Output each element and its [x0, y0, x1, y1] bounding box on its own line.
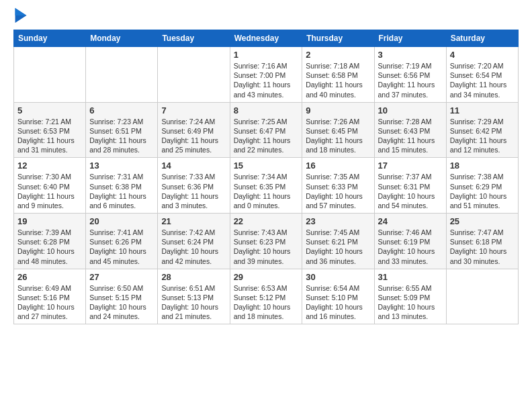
day-info: Sunrise: 7:47 AM Sunset: 6:18 PM Dayligh… [450, 228, 515, 266]
col-friday: Friday [374, 30, 446, 47]
day-number: 4 [450, 50, 515, 60]
day-info: Sunrise: 7:46 AM Sunset: 6:19 PM Dayligh… [378, 228, 443, 266]
calendar-week-3: 12Sunrise: 7:30 AM Sunset: 6:40 PM Dayli… [14, 158, 519, 214]
table-row: 25Sunrise: 7:47 AM Sunset: 6:18 PM Dayli… [446, 214, 518, 269]
day-number: 14 [161, 161, 226, 171]
table-row: 19Sunrise: 7:39 AM Sunset: 6:28 PM Dayli… [14, 214, 86, 269]
day-info: Sunrise: 6:53 AM Sunset: 5:12 PM Dayligh… [234, 283, 299, 322]
day-info: Sunrise: 6:49 AM Sunset: 5:16 PM Dayligh… [17, 283, 82, 322]
day-number: 21 [161, 216, 226, 226]
day-info: Sunrise: 7:31 AM Sunset: 6:38 PM Dayligh… [89, 172, 154, 210]
table-row: 22Sunrise: 7:43 AM Sunset: 6:23 PM Dayli… [230, 214, 302, 269]
day-number: 13 [89, 161, 154, 171]
day-info: Sunrise: 6:55 AM Sunset: 5:09 PM Dayligh… [378, 283, 443, 322]
day-number: 31 [378, 272, 443, 282]
table-row [14, 47, 86, 103]
calendar-week-5: 26Sunrise: 6:49 AM Sunset: 5:16 PM Dayli… [14, 269, 519, 324]
table-row [446, 269, 518, 324]
day-info: Sunrise: 7:39 AM Sunset: 6:28 PM Dayligh… [17, 228, 82, 266]
col-sunday: Sunday [14, 30, 86, 47]
table-row: 20Sunrise: 7:41 AM Sunset: 6:26 PM Dayli… [86, 214, 158, 269]
day-info: Sunrise: 7:37 AM Sunset: 6:31 PM Dayligh… [378, 172, 443, 210]
calendar-week-4: 19Sunrise: 7:39 AM Sunset: 6:28 PM Dayli… [14, 214, 519, 269]
table-row: 8Sunrise: 7:25 AM Sunset: 6:47 PM Daylig… [230, 102, 302, 158]
table-row: 15Sunrise: 7:34 AM Sunset: 6:35 PM Dayli… [230, 158, 302, 214]
day-info: Sunrise: 7:29 AM Sunset: 6:42 PM Dayligh… [450, 117, 515, 155]
table-row: 4Sunrise: 7:20 AM Sunset: 6:54 PM Daylig… [446, 47, 518, 103]
day-number: 30 [306, 272, 370, 282]
day-info: Sunrise: 6:51 AM Sunset: 5:13 PM Dayligh… [161, 283, 226, 322]
day-number: 17 [378, 161, 443, 171]
table-row: 5Sunrise: 7:21 AM Sunset: 6:53 PM Daylig… [14, 102, 86, 158]
day-number: 6 [89, 105, 154, 116]
page: Sunday Monday Tuesday Wednesday Thursday… [0, 0, 532, 332]
day-info: Sunrise: 7:41 AM Sunset: 6:26 PM Dayligh… [89, 228, 154, 266]
table-row: 3Sunrise: 7:19 AM Sunset: 6:56 PM Daylig… [374, 47, 446, 103]
table-row: 26Sunrise: 6:49 AM Sunset: 5:16 PM Dayli… [14, 269, 86, 324]
table-row: 31Sunrise: 6:55 AM Sunset: 5:09 PM Dayli… [374, 269, 446, 324]
day-number: 24 [378, 216, 443, 226]
col-saturday: Saturday [446, 30, 518, 47]
day-info: Sunrise: 7:18 AM Sunset: 6:58 PM Dayligh… [306, 61, 370, 99]
day-number: 18 [450, 161, 515, 171]
day-number: 25 [450, 216, 515, 226]
day-info: Sunrise: 7:16 AM Sunset: 7:00 PM Dayligh… [234, 61, 299, 99]
table-row [158, 47, 230, 103]
day-number: 16 [306, 161, 370, 171]
day-number: 8 [234, 105, 299, 116]
table-row: 16Sunrise: 7:35 AM Sunset: 6:33 PM Dayli… [302, 158, 374, 214]
table-row: 9Sunrise: 7:26 AM Sunset: 6:45 PM Daylig… [302, 102, 374, 158]
day-info: Sunrise: 7:45 AM Sunset: 6:21 PM Dayligh… [306, 228, 370, 266]
day-number: 9 [306, 105, 370, 116]
day-number: 5 [17, 105, 82, 116]
day-number: 26 [17, 272, 82, 282]
day-number: 27 [89, 272, 154, 282]
day-info: Sunrise: 7:38 AM Sunset: 6:29 PM Dayligh… [450, 172, 515, 210]
table-row: 23Sunrise: 7:45 AM Sunset: 6:21 PM Dayli… [302, 214, 374, 269]
day-number: 20 [89, 216, 154, 226]
day-info: Sunrise: 7:33 AM Sunset: 6:36 PM Dayligh… [161, 172, 226, 210]
day-info: Sunrise: 7:19 AM Sunset: 6:56 PM Dayligh… [378, 61, 443, 99]
table-row: 18Sunrise: 7:38 AM Sunset: 6:29 PM Dayli… [446, 158, 518, 214]
day-info: Sunrise: 7:26 AM Sunset: 6:45 PM Dayligh… [306, 117, 370, 155]
col-wednesday: Wednesday [230, 30, 302, 47]
header [13, 11, 519, 23]
day-info: Sunrise: 7:42 AM Sunset: 6:24 PM Dayligh… [161, 228, 226, 266]
table-row: 12Sunrise: 7:30 AM Sunset: 6:40 PM Dayli… [14, 158, 86, 214]
day-info: Sunrise: 7:21 AM Sunset: 6:53 PM Dayligh… [17, 117, 82, 155]
day-info: Sunrise: 7:25 AM Sunset: 6:47 PM Dayligh… [234, 117, 299, 155]
day-info: Sunrise: 7:23 AM Sunset: 6:51 PM Dayligh… [89, 117, 154, 155]
col-monday: Monday [86, 30, 158, 47]
table-row: 30Sunrise: 6:54 AM Sunset: 5:10 PM Dayli… [302, 269, 374, 324]
day-number: 29 [234, 272, 299, 282]
svg-marker-1 [15, 8, 27, 15]
day-number: 10 [378, 105, 443, 116]
table-row: 29Sunrise: 6:53 AM Sunset: 5:12 PM Dayli… [230, 269, 302, 324]
table-row: 1Sunrise: 7:16 AM Sunset: 7:00 PM Daylig… [230, 47, 302, 103]
table-row: 17Sunrise: 7:37 AM Sunset: 6:31 PM Dayli… [374, 158, 446, 214]
table-row: 2Sunrise: 7:18 AM Sunset: 6:58 PM Daylig… [302, 47, 374, 103]
day-number: 3 [378, 50, 443, 60]
day-number: 2 [306, 50, 370, 60]
table-row: 13Sunrise: 7:31 AM Sunset: 6:38 PM Dayli… [86, 158, 158, 214]
col-thursday: Thursday [302, 30, 374, 47]
day-info: Sunrise: 7:24 AM Sunset: 6:49 PM Dayligh… [161, 117, 226, 155]
header-row: Sunday Monday Tuesday Wednesday Thursday… [14, 30, 519, 47]
day-info: Sunrise: 7:28 AM Sunset: 6:43 PM Dayligh… [378, 117, 443, 155]
day-number: 23 [306, 216, 370, 226]
col-tuesday: Tuesday [158, 30, 230, 47]
day-info: Sunrise: 7:43 AM Sunset: 6:23 PM Dayligh… [234, 228, 299, 266]
day-info: Sunrise: 7:35 AM Sunset: 6:33 PM Dayligh… [306, 172, 370, 210]
table-row: 21Sunrise: 7:42 AM Sunset: 6:24 PM Dayli… [158, 214, 230, 269]
table-row: 11Sunrise: 7:29 AM Sunset: 6:42 PM Dayli… [446, 102, 518, 158]
day-number: 7 [161, 105, 226, 116]
table-row: 28Sunrise: 6:51 AM Sunset: 5:13 PM Dayli… [158, 269, 230, 324]
table-row: 14Sunrise: 7:33 AM Sunset: 6:36 PM Dayli… [158, 158, 230, 214]
logo [13, 11, 27, 23]
table-row: 7Sunrise: 7:24 AM Sunset: 6:49 PM Daylig… [158, 102, 230, 158]
day-info: Sunrise: 6:50 AM Sunset: 5:15 PM Dayligh… [89, 283, 154, 322]
logo-triangle-icon [15, 8, 27, 23]
day-number: 12 [17, 161, 82, 171]
calendar-table: Sunday Monday Tuesday Wednesday Thursday… [13, 30, 519, 324]
table-row: 10Sunrise: 7:28 AM Sunset: 6:43 PM Dayli… [374, 102, 446, 158]
